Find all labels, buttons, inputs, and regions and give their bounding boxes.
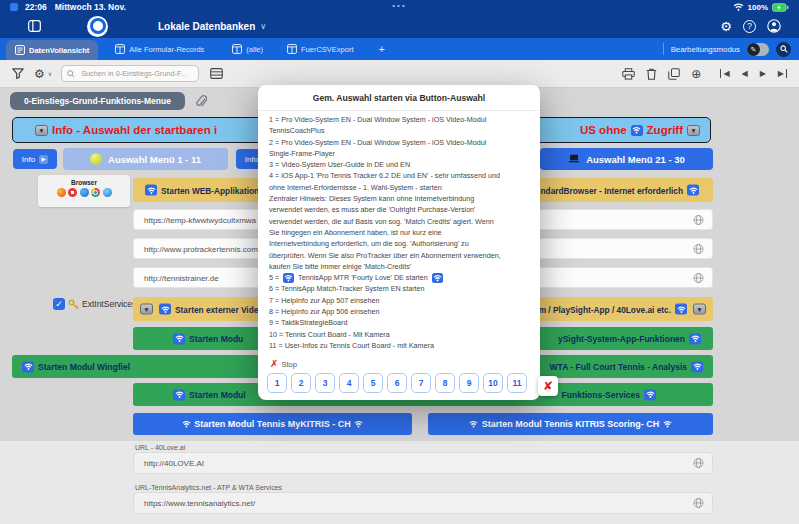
external-video-header-right: sh.com / PlaySight-App / 40Love.ai etc. …	[517, 304, 708, 315]
account-icon[interactable]	[767, 19, 781, 33]
edge-browser-icon[interactable]	[80, 188, 89, 197]
dialog-number-button-8[interactable]: 8	[435, 373, 455, 393]
dialog-text-line: 6 = TennisApp Match-Tracker System EN st…	[269, 283, 529, 294]
logo-ring	[90, 18, 106, 34]
settings-gear-icon[interactable]: ⚙	[720, 20, 732, 33]
help-icon[interactable]: ?	[743, 20, 756, 33]
ext-int-services-checkbox[interactable]: ✓	[53, 298, 65, 310]
url-field[interactable]: http://40LOVE.AI	[133, 452, 713, 474]
search-icon	[67, 70, 75, 78]
dialog-text-line: 5 = TennisApp MTR 'Fourty Love' DE start…	[269, 272, 529, 283]
mykitris-button[interactable]: Starten Modul Tennis MyKITRIS - CH	[133, 413, 412, 435]
dialog-text-line: 10 = Tennis Court Board - Mit Kamera	[269, 329, 529, 340]
dialog-text-line: verwendet werden, es muss aber die 'Outr…	[269, 204, 529, 215]
layout-name-chip[interactable]: 0-Einstiegs-Grund-Funktions-Menue	[10, 92, 185, 110]
dialog-text-line: ohne Internet-Erfordernisse - 1. Wahl-Sy…	[269, 182, 529, 193]
dialog-number-button-2[interactable]: 2	[291, 373, 311, 393]
wifi-icon	[468, 419, 480, 430]
database-menu-title[interactable]: Lokale Datenbanken	[158, 21, 255, 32]
dialog-number-button-4[interactable]: 4	[339, 373, 359, 393]
previous-record-button[interactable]: ◀	[742, 69, 748, 78]
app-logo-icon[interactable]	[87, 16, 108, 37]
toggle-knob-pencil-icon: ✎	[747, 43, 760, 56]
dialog-number-button-1[interactable]: 1	[267, 373, 287, 393]
list-view-icon[interactable]	[210, 68, 223, 79]
edit-mode-toggle[interactable]: ✎	[747, 43, 769, 56]
safari-browser-icon[interactable]	[103, 188, 112, 197]
tab-alle-formular-records[interactable]: Alle Formular-Records	[106, 38, 213, 60]
wifi-icon	[173, 389, 185, 400]
tab-datenvollansicht[interactable]: DatenVollansicht	[6, 40, 98, 60]
dropdown-arrow-icon[interactable]: ▼	[693, 304, 706, 315]
filter-icon[interactable]	[12, 68, 24, 79]
dialog-text-line: 1 = Pro Video-System EN - Dual Window Sy…	[269, 114, 529, 125]
record-navigation: ◀ ◀ ▶ ▶	[720, 69, 787, 78]
laptop-icon	[568, 154, 580, 164]
window-tab-bar: DatenVollansicht Alle Formular-Records (…	[0, 38, 799, 60]
wifi-icon	[145, 185, 157, 196]
tab-alle[interactable]: (alle)	[223, 38, 272, 60]
wifi-icon	[432, 273, 443, 283]
quick-search-button[interactable]	[776, 42, 791, 57]
tennis-ball-icon	[90, 153, 102, 165]
browser-icons-row	[38, 188, 130, 197]
firefox-browser-icon[interactable]	[57, 188, 66, 197]
delete-record-icon[interactable]	[646, 68, 657, 80]
globe-icon[interactable]	[693, 214, 704, 225]
gear-chevron-icon[interactable]: ∨	[48, 70, 52, 77]
print-icon[interactable]	[622, 68, 635, 80]
globe-icon[interactable]	[693, 243, 704, 254]
dialog-number-button-6[interactable]: 6	[387, 373, 407, 393]
dialog-number-button-5[interactable]: 5	[363, 373, 383, 393]
battery-percent: 100%	[748, 3, 768, 12]
url-field[interactable]: https://www.tennisanalytics.net/	[133, 492, 713, 514]
tab-label: (alle)	[246, 45, 263, 54]
wifi-status-icon	[733, 3, 744, 11]
multitask-dots-icon[interactable]: •••	[392, 1, 406, 10]
dialog-title: Gem. Auswahl starten via Button-Auswahl	[258, 85, 540, 103]
auswahl-menu-1-11-button[interactable]: Auswahl Menü 1 - 11	[63, 148, 228, 170]
tab-fuercsvexport[interactable]: FuerCSVExport	[278, 38, 363, 60]
globe-icon[interactable]	[693, 272, 704, 283]
external-video-header-left: ▼ Starten externer Video-Se	[138, 304, 276, 315]
divider	[663, 43, 664, 55]
dialog-number-button-10[interactable]: 10	[483, 373, 503, 393]
duplicate-record-icon[interactable]	[668, 68, 680, 80]
browser-card-label: Browser	[38, 179, 130, 186]
wifi-icon	[687, 185, 699, 196]
last-record-button[interactable]: ▶	[778, 69, 787, 78]
globe-icon[interactable]	[693, 498, 704, 509]
app-indicator-icon	[10, 3, 18, 11]
dialog-number-button-9[interactable]: 9	[459, 373, 479, 393]
opera-browser-icon[interactable]	[68, 188, 77, 197]
dropdown-arrow-icon[interactable]: ▼	[35, 125, 48, 136]
new-record-icon[interactable]: ⊕	[691, 68, 701, 80]
dropdown-arrow-icon[interactable]: ▼	[687, 125, 700, 136]
search-input[interactable]	[79, 68, 193, 79]
battery-icon	[772, 3, 789, 12]
dialog-number-button-7[interactable]: 7	[411, 373, 431, 393]
dialog-text-line: 3 = Video-System User-Guide in DE und EN	[269, 159, 529, 170]
toolbar-gear-icon[interactable]: ⚙	[34, 68, 45, 80]
auswahl-menu-21-30-button[interactable]: Auswahl Menü 21 - 30	[540, 148, 713, 170]
info-button-1[interactable]: Info ▶	[13, 149, 57, 169]
next-record-button[interactable]: ▶	[760, 69, 766, 78]
dialog-number-button-3[interactable]: 3	[315, 373, 335, 393]
wifi-icon	[22, 361, 34, 372]
dialog-stop-row[interactable]: ✗ Stop	[270, 359, 540, 369]
dialog-text-line: verwendet werden, die auf Basis von sog.…	[269, 216, 529, 227]
add-tab-button[interactable]: +	[371, 38, 393, 60]
paperclip-icon[interactable]	[195, 95, 207, 108]
chrome-browser-icon[interactable]	[91, 188, 100, 197]
chevron-down-icon[interactable]: ∨	[260, 22, 266, 31]
first-record-button[interactable]: ◀	[720, 69, 729, 78]
dropdown-arrow-icon[interactable]: ▼	[140, 304, 153, 315]
tabbar-right-cluster: Bearbeitungsmodus ✎	[663, 38, 793, 60]
sidebar-toggle-icon[interactable]	[28, 20, 41, 32]
dialog-text-line: TennisCoachPlus	[269, 125, 529, 136]
globe-icon[interactable]	[693, 458, 704, 469]
kitris-scoring-button[interactable]: Starten Modul Tennis KITRIS Scoring- CH	[428, 413, 713, 435]
dialog-close-button[interactable]: ✘	[538, 376, 558, 396]
dialog-number-button-11[interactable]: 11	[507, 373, 527, 393]
dialog-text-line: 2 = Pro Video-System EN - Dual Window Sy…	[269, 137, 529, 148]
